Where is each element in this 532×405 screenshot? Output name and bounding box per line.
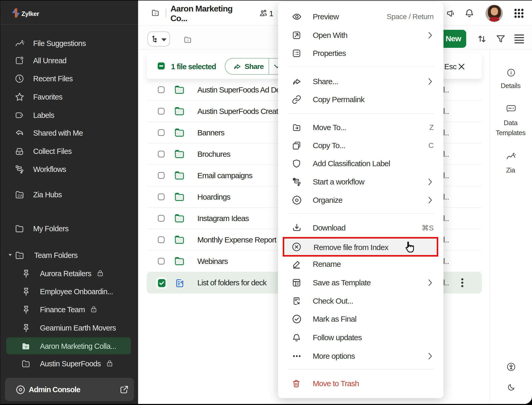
svg-text:ZIA: ZIA xyxy=(17,194,23,198)
